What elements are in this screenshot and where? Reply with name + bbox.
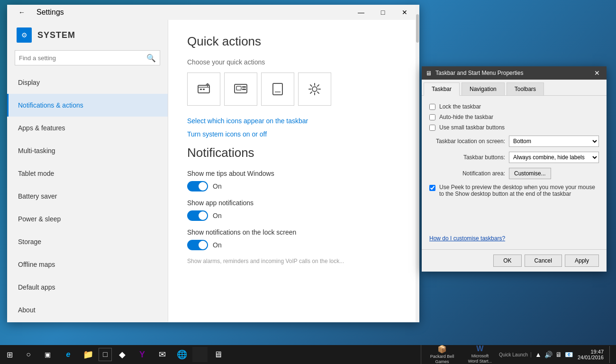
autohide-checkbox[interactable]: [429, 114, 435, 120]
peek-row: Use Peek to preview the desktop when you…: [429, 184, 599, 197]
search-input[interactable]: [19, 55, 146, 62]
taskbar-app-mail[interactable]: ✉: [153, 345, 172, 364]
sidebar-header: ⚙ SYSTEM: [7, 20, 168, 50]
lock-notif-toggle-control: On: [187, 240, 400, 250]
taskbar-right: Quick Launch ▲ 🔊 🖥 📧 19:47 24/01/2016: [499, 346, 616, 363]
search-button[interactable]: ○: [19, 345, 38, 364]
app-notif-toggle[interactable]: [187, 210, 208, 221]
lock-notif-label: Show notifications on the lock screen: [187, 228, 400, 236]
taskbar-app-diamond[interactable]: ◆: [113, 345, 132, 364]
mail-notify-icon[interactable]: 📧: [565, 351, 573, 358]
location-select[interactable]: Bottom Top Left Right: [509, 136, 599, 147]
ok-button[interactable]: OK: [493, 255, 521, 267]
system-icon: ⚙: [17, 27, 32, 43]
maximize-button[interactable]: □: [372, 5, 394, 20]
sidebar-item-tablet[interactable]: Tablet mode: [7, 162, 168, 185]
autohide-row: Auto-hide the taskbar: [429, 114, 599, 120]
back-button[interactable]: ←: [11, 5, 33, 20]
sidebar-item-offline-maps[interactable]: Offline maps: [7, 253, 168, 276]
lock-taskbar-checkbox[interactable]: [429, 104, 435, 110]
settings-titlebar: ← Settings — □ ✕: [7, 5, 419, 20]
packard-bell-app[interactable]: 📦 Packard Bell Games: [423, 345, 461, 364]
main-scroll-thumb[interactable]: [416, 20, 419, 43]
dialog-tabs: Taskbar Navigation Toolbars: [422, 80, 607, 96]
quick-action-connect[interactable]: [187, 73, 220, 106]
task-view-button[interactable]: ▣: [38, 345, 57, 364]
customise-button[interactable]: Customise...: [509, 168, 551, 179]
tab-toolbars[interactable]: Toolbars: [507, 82, 544, 95]
lock-taskbar-row: Lock the taskbar: [429, 103, 599, 110]
network-icon[interactable]: 🖥: [555, 351, 562, 358]
taskbar-system-icons: ▲ 🔊 🖥 📧: [535, 351, 573, 358]
svg-rect-8: [273, 83, 282, 95]
customise-taskbars-link[interactable]: How do I customise taskbars?: [429, 235, 599, 242]
tips-toggle[interactable]: [187, 181, 208, 191]
toggle-row-lock-notif: Show notifications on the lock screen On: [187, 228, 400, 250]
sidebar-item-storage[interactable]: Storage: [7, 230, 168, 253]
quick-action-display[interactable]: [224, 73, 257, 106]
word-label: Microsoft: [471, 354, 489, 358]
sidebar-item-multitasking[interactable]: Multi-tasking: [7, 139, 168, 162]
dialog-close-button[interactable]: ✕: [591, 67, 603, 79]
lock-notif-toggle[interactable]: [187, 240, 208, 250]
buttons-label: Taskbar buttons:: [429, 154, 505, 161]
dialog-body: Lock the taskbar Auto-hide the taskbar U…: [422, 96, 607, 249]
apply-button[interactable]: Apply: [565, 255, 599, 267]
quick-actions-title: Quick actions: [187, 34, 400, 49]
small-buttons-row: Use small taskbar buttons: [429, 124, 599, 131]
main-scrollbar[interactable]: [416, 20, 419, 322]
chevron-icon[interactable]: ▲: [535, 351, 542, 358]
clock[interactable]: 19:47 24/01/2016: [575, 349, 607, 360]
taskbar-app-black[interactable]: [192, 347, 208, 362]
sidebar-item-power[interactable]: Power & sleep: [7, 208, 168, 230]
quick-action-settings[interactable]: [298, 73, 331, 106]
tab-navigation[interactable]: Navigation: [462, 82, 505, 95]
search-bar[interactable]: 🔍: [15, 50, 160, 65]
sidebar-item-apps[interactable]: Apps & features: [7, 117, 168, 139]
sidebar-item-about[interactable]: About: [7, 299, 168, 321]
system-icons-link[interactable]: Turn system icons on or off: [187, 130, 400, 138]
sidebar-container: ⚙ SYSTEM 🔍 Display Notifications & actio…: [7, 20, 168, 322]
dialog-buttons: OK Cancel Apply: [422, 249, 607, 272]
window-body: ⚙ SYSTEM 🔍 Display Notifications & actio…: [7, 20, 419, 322]
svg-rect-6: [242, 86, 246, 88]
dialog-title: Taskbar and Start Menu Properties: [435, 70, 588, 76]
buttons-select[interactable]: Always combine, hide labels Combine when…: [509, 152, 599, 163]
svg-rect-3: [203, 89, 205, 90]
taskbar-app-store[interactable]: □: [99, 348, 112, 361]
minimize-button[interactable]: —: [350, 5, 372, 20]
taskbar-app-chrome[interactable]: 🌐: [172, 345, 191, 364]
small-buttons-checkbox[interactable]: [429, 125, 435, 131]
sidebar: ⚙ SYSTEM 🔍 Display Notifications & actio…: [7, 20, 168, 321]
search-icon: 🔍: [146, 54, 156, 63]
close-button[interactable]: ✕: [394, 5, 416, 20]
taskbar-app-folder[interactable]: 📁: [79, 345, 98, 364]
cancel-button[interactable]: Cancel: [525, 255, 562, 267]
show-desktop-button[interactable]: [609, 346, 612, 363]
tips-label: Show me tips about Windows: [187, 170, 400, 177]
tab-taskbar[interactable]: Taskbar: [424, 82, 460, 96]
taskbar: ⊞ ○ ▣ e 📁 □ ◆ Y ✉ 🌐 🖥 📦 Packard Bell Gam…: [0, 345, 616, 364]
sidebar-item-default-apps[interactable]: Default apps: [7, 276, 168, 299]
taskbar-app-yahoo[interactable]: Y: [133, 345, 152, 364]
taskbar-app-cmd[interactable]: 🖥: [208, 345, 227, 364]
quick-actions-section: Quick actions Choose your quick actions: [187, 34, 400, 138]
word-app[interactable]: W Microsoft Word Start...: [461, 345, 499, 364]
peek-checkbox[interactable]: [429, 185, 435, 191]
app-notif-toggle-state: On: [213, 212, 222, 219]
volume-icon[interactable]: 🔊: [544, 351, 553, 358]
notifications-section: Notifications Show me tips about Windows…: [187, 146, 400, 264]
sidebar-item-display[interactable]: Display: [7, 71, 168, 94]
app-notif-label: Show app notifications: [187, 199, 400, 207]
quick-action-rotation[interactable]: [261, 73, 294, 106]
tips-toggle-state: On: [213, 182, 222, 190]
desktop: ← Settings — □ ✕ ⚙ SYSTEM: [0, 0, 616, 364]
sidebar-item-battery[interactable]: Battery saver: [7, 185, 168, 208]
sidebar-item-notifications[interactable]: Notifications & actions: [7, 94, 168, 117]
taskbar-icons-link[interactable]: Select which icons appear on the taskbar: [187, 117, 400, 125]
svg-rect-2: [200, 89, 202, 90]
main-content: Quick actions Choose your quick actions: [168, 20, 419, 322]
start-button[interactable]: ⊞: [0, 345, 19, 364]
taskbar-app-ie[interactable]: e: [59, 345, 78, 364]
lock-taskbar-label: Lock the taskbar: [439, 103, 481, 110]
